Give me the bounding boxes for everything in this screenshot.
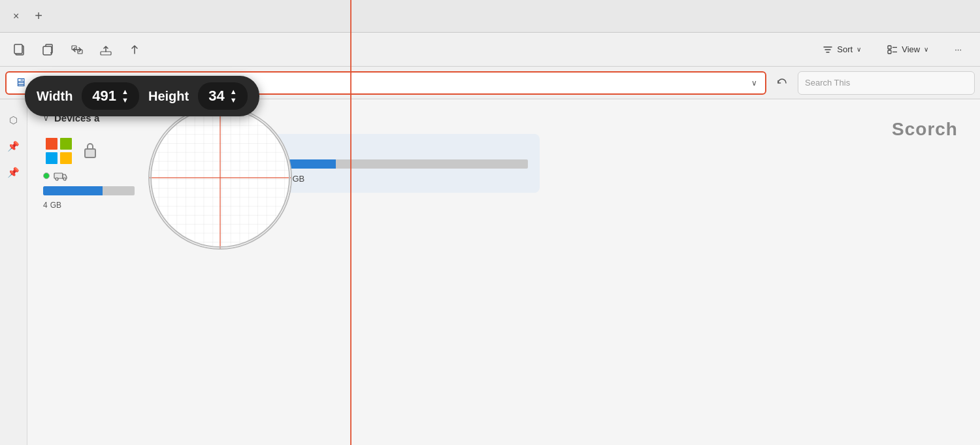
height-stepper[interactable]: ▲ ▼ bbox=[230, 88, 237, 104]
sidebar: ⬡ 📌 📌 bbox=[0, 99, 27, 445]
drive-c-icon-row bbox=[43, 134, 148, 165]
svg-rect-7 bbox=[888, 50, 891, 54]
drive-c-size: 4 bbox=[43, 201, 48, 210]
svg-rect-1 bbox=[14, 44, 22, 54]
height-value: 34 bbox=[208, 88, 224, 105]
tab-close-button[interactable]: × bbox=[8, 8, 24, 25]
svg-point-16 bbox=[56, 178, 58, 180]
refresh-button[interactable] bbox=[770, 71, 794, 95]
more-label: ··· bbox=[955, 44, 962, 54]
width-value-box[interactable]: 491 ▲ ▼ bbox=[82, 82, 139, 110]
svg-rect-10 bbox=[46, 138, 57, 150]
sort-up-icon[interactable] bbox=[125, 41, 144, 59]
content-panel: ∨ Devices a bbox=[27, 99, 980, 445]
magnifier-overlay bbox=[148, 106, 292, 250]
drive-c-progress-bar bbox=[43, 186, 135, 195]
drive-c-led bbox=[43, 173, 50, 179]
drive-c-size-suffix: GB bbox=[50, 201, 61, 210]
height-down-arrow[interactable]: ▼ bbox=[230, 97, 237, 104]
sort-button[interactable]: Sort ∨ bbox=[815, 41, 869, 59]
width-down-arrow[interactable]: ▼ bbox=[122, 97, 129, 104]
toolbar: Sort ∨ View ∨ ··· bbox=[0, 33, 980, 67]
height-label: Height bbox=[148, 89, 189, 104]
svg-rect-2 bbox=[43, 46, 52, 55]
windows-logo-icon bbox=[43, 134, 74, 165]
svg-rect-14 bbox=[85, 149, 95, 157]
address-bar-chevron[interactable]: ∨ bbox=[751, 78, 757, 88]
search-placeholder: Search This bbox=[805, 78, 850, 88]
this-pc-icon: 🖥 bbox=[14, 76, 26, 90]
svg-point-17 bbox=[63, 178, 66, 180]
main-content: ⬡ 📌 📌 ∨ Devices a bbox=[0, 99, 980, 445]
local-drive-c[interactable]: 4 GB bbox=[43, 134, 148, 210]
width-up-arrow[interactable]: ▲ bbox=[122, 88, 129, 95]
sidebar-pin-icon-2[interactable]: 📌 bbox=[6, 165, 22, 180]
scorch-label: Scorch bbox=[870, 99, 980, 159]
tab-add-button[interactable]: + bbox=[29, 6, 48, 26]
drive-c-size-row: 4 GB bbox=[43, 201, 148, 210]
svg-rect-12 bbox=[46, 152, 57, 164]
copy-icon-2[interactable] bbox=[39, 41, 57, 59]
drive-c-bottom bbox=[43, 171, 148, 181]
width-stepper[interactable]: ▲ ▼ bbox=[122, 88, 129, 104]
width-value: 491 bbox=[92, 88, 116, 105]
search-bar[interactable]: Search This bbox=[798, 71, 975, 95]
view-button[interactable]: View ∨ bbox=[879, 41, 936, 59]
width-label: Width bbox=[37, 89, 73, 104]
view-label: View bbox=[902, 44, 920, 54]
upload-icon[interactable] bbox=[97, 41, 115, 59]
magnifier-grid-svg bbox=[150, 107, 291, 248]
sidebar-pin-icon-1[interactable]: 📌 bbox=[6, 139, 22, 154]
sort-label: Sort bbox=[837, 44, 853, 54]
view-chevron: ∨ bbox=[924, 46, 928, 53]
height-up-arrow[interactable]: ▲ bbox=[230, 88, 237, 95]
more-button[interactable]: ··· bbox=[947, 41, 970, 58]
height-value-box[interactable]: 34 ▲ ▼ bbox=[198, 82, 247, 110]
drive-c-progress-fill bbox=[43, 186, 103, 195]
copy-icon-1[interactable] bbox=[10, 41, 29, 59]
tab-bar: × + bbox=[0, 0, 980, 33]
svg-rect-6 bbox=[888, 46, 891, 49]
sidebar-icon-1[interactable]: ⬡ bbox=[6, 112, 22, 128]
sort-chevron: ∨ bbox=[857, 46, 861, 53]
svg-rect-11 bbox=[60, 138, 72, 150]
move-icon[interactable] bbox=[68, 41, 86, 59]
svg-rect-15 bbox=[54, 173, 63, 178]
drive-c-lock-icon bbox=[81, 140, 99, 159]
dimension-tooltip: Width 491 ▲ ▼ Height 34 ▲ ▼ bbox=[25, 76, 259, 116]
svg-rect-13 bbox=[60, 152, 72, 164]
drive-c-truck-icon bbox=[54, 171, 68, 181]
